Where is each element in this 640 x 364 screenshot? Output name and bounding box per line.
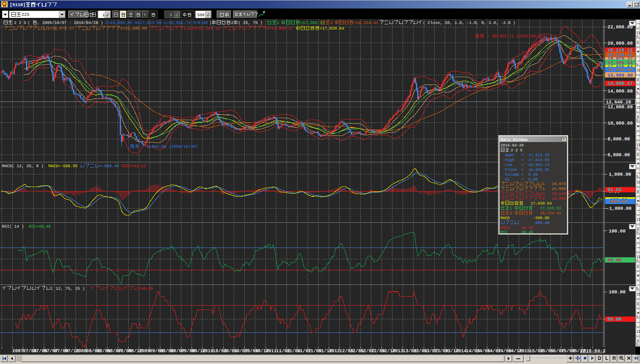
svg-text:2=14,960.17: 2=14,960.17 xyxy=(266,27,295,31)
svg-text:1: 1 xyxy=(510,206,515,211)
svg-text:2: 2 xyxy=(515,148,518,153)
svg-text:2009: 2009 xyxy=(139,349,150,354)
svg-text:225: 225 xyxy=(22,13,30,17)
svg-text:1 15,999: 1 15,999 xyxy=(543,187,566,191)
svg-text:15,999.90: 15,999.90 xyxy=(608,73,633,78)
svg-text:20,000.00: 20,000.00 xyxy=(608,41,633,46)
svg-text:2=19,119.11: 2=19,119.11 xyxy=(193,27,222,31)
svg-text:12,640.28: 12,640.28 xyxy=(606,100,631,105)
svg-text:1: 1 xyxy=(277,21,279,26)
svg-text:OSCI=91.53: OSCI=91.53 xyxy=(121,164,146,169)
svg-text:16,666.05: 16,666.05 xyxy=(608,67,633,73)
svg-text:( 12, 75, 25 ): ( 12, 75, 25 ) xyxy=(51,286,90,291)
svg-text:←: ← xyxy=(127,145,130,149)
svg-text:5: 5 xyxy=(24,21,26,26)
svg-text:18,524.41: 18,524.41 xyxy=(533,211,561,215)
svg-text:, 2006/10/07 - 2016/04/28 ): , 2006/10/07 - 2016/04/28 ) xyxy=(37,21,106,26)
svg-text:48.48: 48.48 xyxy=(608,258,622,263)
svg-text:1=18,079.37: 1=18,079.37 xyxy=(47,27,76,31)
svg-text:=50.00: =50.00 xyxy=(138,287,153,291)
svg-text:1 18,079: 1 18,079 xyxy=(543,182,566,186)
svg-text:Volume = 0.00: Volume = 0.00 xyxy=(500,172,538,177)
svg-text:2: 2 xyxy=(14,21,17,26)
svg-text:=-600.49: =-600.49 xyxy=(99,164,121,169)
svg-text:-600.49: -600.49 xyxy=(608,199,627,205)
svg-text:Close = 16,666.05: Close = 16,666.05 xyxy=(500,168,549,172)
svg-text:=17,039.64: =17,039.64 xyxy=(320,27,344,31)
svg-text:2013: 2013 xyxy=(392,349,403,354)
svg-text:1,000.00: 1,000.00 xyxy=(609,172,631,177)
svg-text:OI = 0.00: OI = 0.00 xyxy=(500,177,538,182)
svg-text:2: 2 xyxy=(231,21,233,26)
svg-text:Data Window: Data Window xyxy=(501,138,528,142)
svg-text:: 6,994.90 (2008/10/30): : 6,994.90 (2008/10/30) xyxy=(140,144,198,149)
svg-text:18,524.41: 18,524.41 xyxy=(608,53,633,58)
svg-text:6,000.00: 6,000.00 xyxy=(608,153,630,158)
svg-text:=18,524.41: =18,524.41 xyxy=(354,21,378,26)
svg-text:( Close, 20, 1.0, -1.0, 0, 2.0: ( Close, 20, 1.0, -1.0, 0, 2.0, -2.0 ) xyxy=(423,21,515,26)
svg-text:14,000.00: 14,000.00 xyxy=(608,89,633,94)
svg-text:5: 5 xyxy=(520,148,523,153)
svg-text:2: 2 xyxy=(511,148,513,153)
svg-text:-1,000.00: -1,000.00 xyxy=(606,206,631,211)
svg-text:10,000.00: 10,000.00 xyxy=(608,121,633,126)
svg-text:High = 17,613.56: High = 17,613.56 xyxy=(500,158,549,162)
svg-text:MACD -508.96: MACD -508.96 xyxy=(500,216,549,220)
svg-text:RSI=48,48: RSI=48,48 xyxy=(29,225,51,229)
svg-text:OSCI 91.53: OSCI 91.53 xyxy=(500,226,533,230)
svg-text:8,000.00: 8,000.00 xyxy=(608,137,630,142)
svg-text:100.00: 100.00 xyxy=(609,229,626,234)
svg-text:17,039.64: 17,039.64 xyxy=(524,201,552,206)
svg-text:17,555.53: 17,555.53 xyxy=(608,60,633,66)
svg-text:MACD=-508.96: MACD=-508.96 xyxy=(48,164,80,169)
svg-text:17,555.53: 17,555.53 xyxy=(533,206,561,211)
svg-text:Low = 16,652.74: Low = 16,652.74 xyxy=(500,163,549,167)
svg-text:100.00: 100.00 xyxy=(609,290,626,295)
svg-text:2012: 2012 xyxy=(329,349,340,354)
svg-text:2016-04-28: 2016-04-28 xyxy=(500,143,524,148)
svg-text:T: T xyxy=(144,13,146,18)
svg-text:50.00: 50.00 xyxy=(608,317,622,322)
svg-text:: 20,952.71 (2015/06/27): : 20,952.71 (2015/06/27) xyxy=(485,34,545,39)
svg-text:91.53: 91.53 xyxy=(608,187,622,193)
svg-text:2 19,119: 2 19,119 xyxy=(543,192,566,196)
svg-text:2014: 2014 xyxy=(455,349,467,354)
svg-text:500: 500 xyxy=(197,13,205,18)
svg-text:Open = 17,613.56: Open = 17,613.56 xyxy=(500,153,549,157)
svg-text:-600.49: -600.49 xyxy=(519,221,549,225)
svg-text:2: 2 xyxy=(19,21,22,26)
svg-text:14,960.17: 14,960.17 xyxy=(608,81,633,86)
svg-text:5: 5 xyxy=(170,13,172,18)
svg-text:2007: 2007 xyxy=(12,349,24,354)
svg-text:1=15,999.90: 1=15,999.90 xyxy=(120,27,149,31)
svg-text:2010: 2010 xyxy=(202,349,213,354)
svg-text:C=16,666.05 H=17,613.56 L=16,6: C=16,666.05 H=17,613.56 L=16,652.74 V=0.… xyxy=(106,21,208,26)
svg-text:2: 2 xyxy=(330,21,333,26)
svg-text:RSI( 14 ): RSI( 14 ) xyxy=(2,224,29,229)
svg-text:12,000.00: 12,000.00 xyxy=(608,105,633,110)
svg-text:[5110]: [5110] xyxy=(10,3,26,8)
svg-text:2008: 2008 xyxy=(75,349,87,354)
svg-text:( 25, 75 ): ( 25, 75 ) xyxy=(238,21,263,26)
svg-text:2015: 2015 xyxy=(519,349,530,354)
svg-text:2: 2 xyxy=(510,211,515,215)
svg-text:MACD( 12, 26, 9 ): MACD( 12, 26, 9 ) xyxy=(2,164,48,169)
svg-text:(: ( xyxy=(28,21,32,26)
svg-text:1: 1 xyxy=(102,13,105,18)
svg-text:2011: 2011 xyxy=(265,349,277,354)
svg-text:2 14,960: 2 14,960 xyxy=(543,196,566,201)
svg-text:RSI 48.48: RSI 48.48 xyxy=(500,230,533,235)
